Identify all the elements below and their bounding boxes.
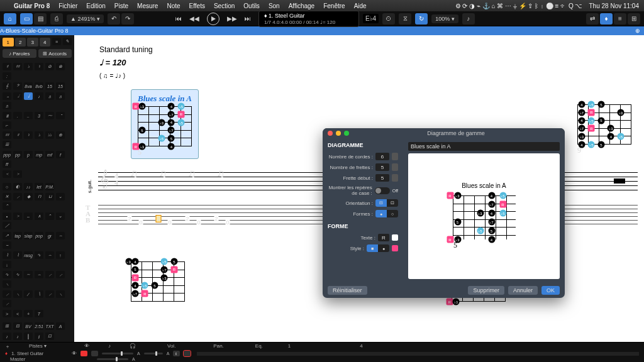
style-color-swatch[interactable] (392, 245, 398, 251)
key-signature-row[interactable]: ♯♯♯♭♮⊘⊗: (3, 63, 72, 80)
voice-2[interactable]: 2 (15, 38, 26, 47)
minimize-icon[interactable] (336, 131, 341, 136)
undo-button[interactable]: ↶ (108, 13, 120, 25)
view-screen-button[interactable]: ▤ (34, 13, 47, 25)
cancel-button[interactable]: Annuler (508, 286, 538, 295)
voice-tabs[interactable]: 1 2 3 4 (3, 38, 50, 47)
countdown-button[interactable]: ⧖ (399, 13, 411, 25)
duration-row[interactable]: 𝅝𝅗𝅥♩♪♬♬♬ (3, 92, 72, 109)
tab-note[interactable]: 0 (225, 219, 230, 226)
articulation-row-2[interactable]: ✕⟋◆⊓⊔⌄⌃ (3, 193, 72, 210)
home-button[interactable]: ⌂ (4, 13, 16, 25)
panel-toggle-1[interactable]: ⇄ (586, 13, 599, 25)
zoom-selector[interactable]: ▲ 2491% ▾ (67, 14, 104, 23)
menubar-clock[interactable]: Thu 28 Nov 11:04 (589, 3, 640, 9)
diagram-name-input[interactable]: Blues scale in A (408, 142, 560, 151)
diagram-preview[interactable]: Blues scale in A R ♭3 4 ♭5 ♭7 R ♭3 4 ♭5 … (408, 153, 560, 279)
startfret-stepper[interactable] (392, 174, 398, 182)
rewind-button[interactable]: ⏮ (175, 15, 182, 22)
scale-diagram-3[interactable]: ♭3 4 ♭5 5 5 ♭7 R R ♭3 4 ♭5 5 ♭7 R (131, 261, 185, 302)
panel-toggle-3[interactable]: ≡ (614, 13, 626, 25)
voice-3[interactable]: 3 (27, 38, 38, 47)
design-mode-icon[interactable]: ✎ (63, 38, 72, 45)
master-volume-slider[interactable] (97, 358, 128, 360)
tab-note[interactable]: 0 (138, 219, 143, 226)
tab-note[interactable]: 2 (127, 216, 131, 222)
mute-button[interactable] (80, 351, 87, 356)
articulation-row-1[interactable]: ○◐♪♪letP.M. (3, 183, 72, 190)
track-timeline[interactable] (197, 352, 639, 356)
step-back-button[interactable]: ◀◀ (189, 15, 199, 22)
shapes-segmented[interactable]: ●○ (375, 210, 398, 217)
voice-1[interactable]: 1 (3, 38, 14, 47)
app-name[interactable]: Guitar Pro 8 (14, 3, 50, 9)
forward-button[interactable]: ⏭ (245, 15, 251, 22)
master-row[interactable]: Master A (0, 356, 644, 362)
zoom-icon[interactable] (344, 131, 349, 136)
menu-note[interactable]: Note (167, 3, 180, 9)
accidental-row[interactable]: ♯♯♯♮♭♭♭⊕☰ (3, 131, 72, 148)
technique-row-2[interactable]: ⌇⌇rasg∿⌢↑↓ (3, 251, 72, 268)
panel-toggle-4[interactable]: ⊞ (628, 13, 640, 25)
print-button[interactable]: ⎙ (50, 13, 63, 25)
menu-son[interactable]: Son (269, 3, 280, 9)
notation-row-1[interactable]: ⊞⊟BV2:51TXTA (3, 322, 72, 330)
menu-edition[interactable]: Edition (86, 3, 106, 9)
eq-button[interactable]: ⫿ (173, 351, 180, 356)
hairpin-row[interactable]: ＜＞ (3, 170, 72, 178)
track-row[interactable]: ♦ 1. Steel Guitar 👁 A A ⫿ (0, 351, 644, 356)
technique-row-1[interactable]: ↗tapslappopgr⌢⌣ (3, 232, 72, 249)
clef-row[interactable]: 𝄞𝄢8va8vb1515 (3, 82, 72, 90)
tab-note[interactable]: 0 (196, 219, 201, 226)
panel-toggle-2[interactable]: ♦ (600, 13, 613, 25)
dynamics-row[interactable]: ppppppmpmffff (3, 151, 72, 168)
markers-toggle[interactable] (375, 187, 390, 194)
tab-note[interactable]: 2 (185, 216, 189, 222)
rest-row[interactable]: ⏸...3⁓𝄻⌐ (3, 112, 72, 129)
scale-diagram-selected[interactable]: Blues scale in A R ♭3 4 ♭5 ♭7 R ♭3 4 ♭5 … (131, 89, 199, 159)
reset-button[interactable]: Réinitialiser (328, 286, 367, 295)
frets-stepper[interactable] (392, 163, 398, 171)
menu-affichage[interactable]: Affichage (289, 3, 315, 9)
technique-row-3[interactable]: ∿∿∼⌢⟋⟋⟍ (3, 271, 72, 288)
tab-note[interactable]: 0 (167, 219, 172, 226)
notation-row-2[interactable]: ♪♪║⫿⊡ (3, 332, 72, 340)
text-color-swatch[interactable] (392, 234, 398, 241)
tuner-button[interactable]: ♪ (462, 13, 475, 25)
menu-fichier[interactable]: Fichier (58, 3, 77, 9)
text-input[interactable]: R (378, 234, 389, 241)
style-segmented[interactable]: ■● (367, 244, 389, 252)
loop-button[interactable]: ↻ (415, 13, 428, 25)
menu-aide[interactable]: Aide (354, 3, 367, 9)
menu-fenetre[interactable]: Fenêtre (323, 3, 345, 9)
speed-selector[interactable]: 100% ▾ (431, 14, 458, 23)
delete-button[interactable]: Supprimer (468, 286, 504, 295)
redo-button[interactable]: ↷ (121, 13, 134, 25)
volume-slider[interactable] (102, 353, 133, 354)
document-tab[interactable]: A-Blues-Scale-Guitar Pro 8 ⊕ (0, 26, 644, 35)
pan-slider[interactable] (144, 353, 163, 354)
tab-note-cursor[interactable]: 2 (155, 215, 161, 222)
tab-note[interactable]: 2 (214, 216, 218, 222)
view-page-button[interactable]: ▭ (20, 13, 33, 25)
menu-section[interactable]: Section (214, 3, 235, 9)
menu-effets[interactable]: Effets (189, 3, 205, 9)
close-icon[interactable] (328, 131, 333, 136)
add-track-button[interactable]: ＋ (5, 343, 10, 350)
articulation-row-3[interactable]: •＞–∧⌃⌄／ (3, 212, 72, 229)
menu-outils[interactable]: Outils (243, 3, 260, 9)
song-info[interactable]: ♦ 1. Steel Guitar 1/7 4.0:4.0 00:00 / 00… (258, 11, 359, 27)
scale-diagram-2[interactable]: 4 ♭5 5 ♭7 R ♭3 4 ♭5 5 ♭7 R ♭3 ♭3 4 ♭5 4 … (577, 104, 631, 155)
step-fwd-button[interactable]: ▶▶ (227, 15, 237, 22)
chords-button[interactable]: ⊞ Accords (38, 49, 72, 58)
technique-row-4[interactable]: ⟋⟍∕∖⟋⟍⟋ (3, 290, 72, 307)
technique-row-5[interactable]: ><+T (3, 310, 72, 317)
strings-stepper[interactable] (392, 153, 398, 160)
menu-mesure[interactable]: Mesure (137, 3, 158, 9)
orientation-segmented[interactable]: ⊟⊡ (375, 199, 398, 207)
multivoice-icon[interactable]: ≡ (52, 38, 61, 45)
metronome-button[interactable]: ⏲ (382, 13, 395, 25)
voice-4[interactable]: 4 (40, 38, 51, 47)
lyrics-button[interactable]: ♪ Paroles (3, 49, 36, 58)
automation-button[interactable] (184, 351, 191, 356)
